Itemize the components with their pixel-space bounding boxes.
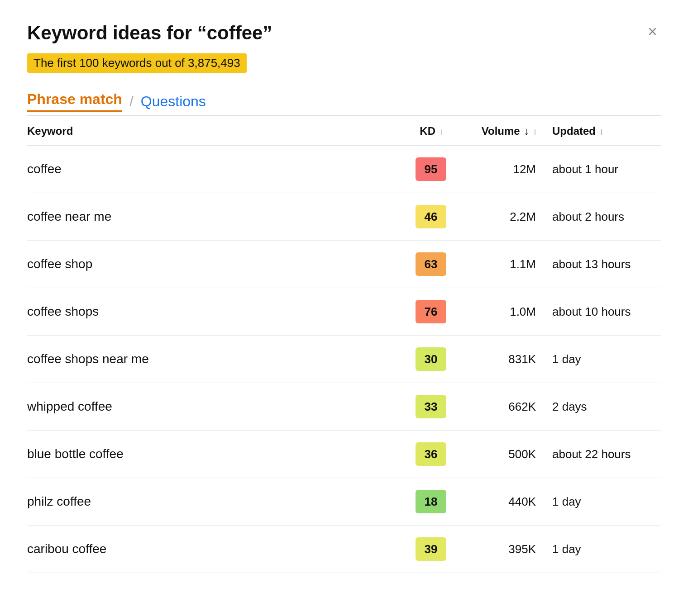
cell-keyword[interactable]: coffee shop	[27, 241, 407, 288]
cell-updated: 1 day	[543, 478, 661, 526]
table-header-row: Keyword KD i Volume ↓ i Updated i	[27, 116, 661, 145]
cell-kd: 18	[407, 478, 462, 526]
cell-updated: 2 days	[543, 383, 661, 431]
cell-kd: 30	[407, 336, 462, 383]
cell-volume: 395K	[462, 526, 543, 573]
tab-questions[interactable]: Questions	[141, 93, 206, 110]
page-title: Keyword ideas for “coffee”	[27, 22, 272, 44]
cell-volume: 440K	[462, 478, 543, 526]
table-row: blue bottle coffee36500Kabout 22 hours	[27, 431, 661, 478]
cell-kd: 63	[407, 241, 462, 288]
cell-volume: 12M	[462, 145, 543, 193]
keywords-table: Keyword KD i Volume ↓ i Updated i coffee…	[27, 116, 661, 573]
tabs-row: Phrase match / Questions	[27, 91, 661, 112]
col-header-volume[interactable]: Volume ↓ i	[462, 116, 543, 145]
table-row: philz coffee18440K1 day	[27, 478, 661, 526]
cell-keyword[interactable]: coffee	[27, 145, 407, 193]
close-button[interactable]: ×	[644, 22, 661, 42]
cell-keyword[interactable]: blue bottle coffee	[27, 431, 407, 478]
cell-volume: 831K	[462, 336, 543, 383]
table-row: coffee shop631.1Mabout 13 hours	[27, 241, 661, 288]
cell-keyword[interactable]: coffee shops	[27, 288, 407, 336]
table-row: coffee near me462.2Mabout 2 hours	[27, 193, 661, 241]
cell-keyword[interactable]: whipped coffee	[27, 383, 407, 431]
table-row: coffee shops761.0Mabout 10 hours	[27, 288, 661, 336]
cell-keyword[interactable]: coffee shops near me	[27, 336, 407, 383]
table-row: coffee shops near me30831K1 day	[27, 336, 661, 383]
cell-kd: 33	[407, 383, 462, 431]
kd-info-icon: i	[440, 128, 442, 137]
cell-updated: about 22 hours	[543, 431, 661, 478]
cell-updated: 1 day	[543, 526, 661, 573]
updated-info-icon: i	[601, 128, 602, 137]
cell-kd: 39	[407, 526, 462, 573]
cell-volume: 662K	[462, 383, 543, 431]
cell-volume: 1.1M	[462, 241, 543, 288]
table-row: whipped coffee33662K2 days	[27, 383, 661, 431]
cell-volume: 2.2M	[462, 193, 543, 241]
cell-kd: 95	[407, 145, 462, 193]
cell-updated: about 2 hours	[543, 193, 661, 241]
cell-updated: about 1 hour	[543, 145, 661, 193]
volume-sort-icon: ↓	[524, 125, 529, 137]
header-row: Keyword ideas for “coffee” ×	[27, 22, 661, 44]
cell-keyword[interactable]: caribou coffee	[27, 526, 407, 573]
col-header-updated: Updated i	[543, 116, 661, 145]
cell-keyword[interactable]: coffee near me	[27, 193, 407, 241]
cell-kd: 46	[407, 193, 462, 241]
cell-kd: 36	[407, 431, 462, 478]
highlight-banner: The first 100 keywords out of 3,875,493	[27, 53, 247, 73]
cell-volume: 1.0M	[462, 288, 543, 336]
volume-info-icon: i	[534, 128, 536, 137]
tab-phrase-match[interactable]: Phrase match	[27, 91, 122, 112]
col-header-keyword: Keyword	[27, 116, 407, 145]
col-header-kd: KD i	[407, 116, 462, 145]
table-row: coffee9512Mabout 1 hour	[27, 145, 661, 193]
tab-separator: /	[129, 93, 134, 110]
cell-kd: 76	[407, 288, 462, 336]
cell-volume: 500K	[462, 431, 543, 478]
cell-keyword[interactable]: philz coffee	[27, 478, 407, 526]
cell-updated: about 10 hours	[543, 288, 661, 336]
cell-updated: 1 day	[543, 336, 661, 383]
table-row: caribou coffee39395K1 day	[27, 526, 661, 573]
cell-updated: about 13 hours	[543, 241, 661, 288]
